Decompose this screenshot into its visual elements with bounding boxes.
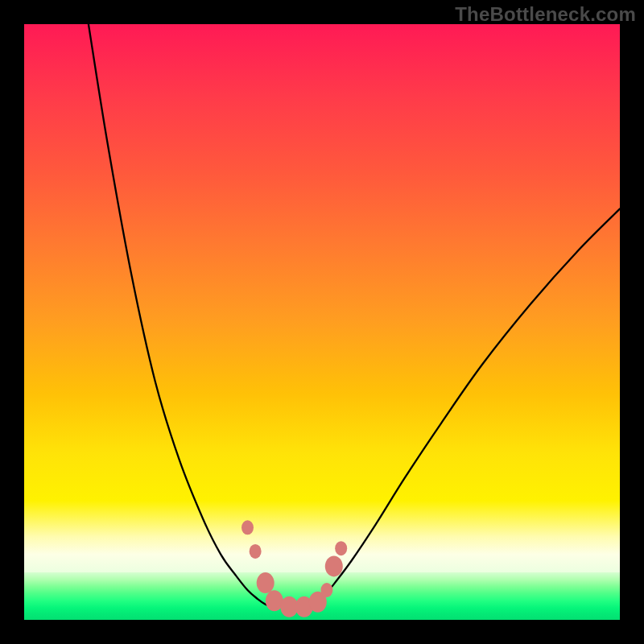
chart-svg (24, 24, 620, 620)
watermark-text: TheBottleneck.com (455, 3, 636, 26)
bottleneck-marker (250, 544, 262, 559)
bottleneck-marker (257, 572, 275, 593)
chart-frame: TheBottleneck.com (0, 0, 644, 644)
plot-area (24, 24, 620, 620)
bottleneck-marker (320, 583, 332, 597)
right-curve (313, 208, 620, 606)
left-curve (89, 24, 271, 607)
bottleneck-marker (242, 520, 254, 535)
bottleneck-marker (325, 555, 343, 576)
markers-layer (242, 520, 347, 617)
curve-layer (89, 24, 620, 608)
bottleneck-marker (335, 541, 347, 555)
